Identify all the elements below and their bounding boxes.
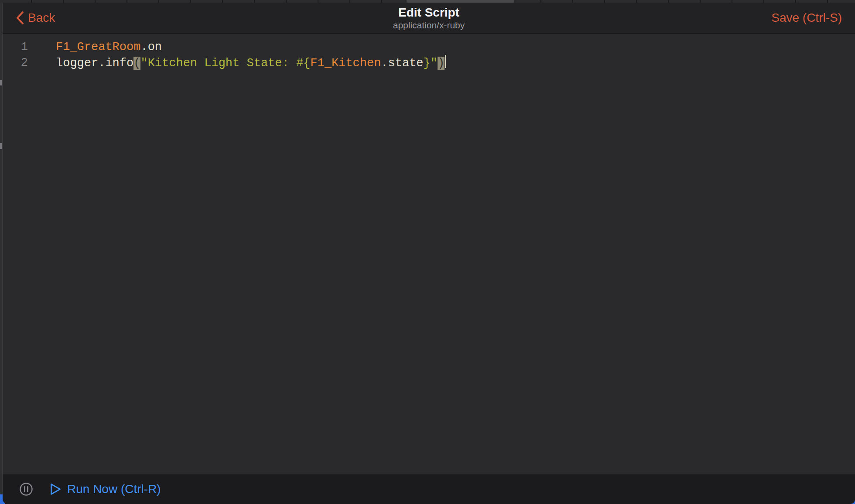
code-lines: 1F1_GreatRoom.on2logger.info("Kitchen Li… (3, 39, 855, 71)
code-text: F1_GreatRoom.on (28, 39, 162, 55)
play-outline-icon (50, 483, 62, 496)
code-text: logger.info("Kitchen Light State: #{F1_K… (28, 55, 446, 71)
code-token-bracket: ) (438, 57, 445, 70)
back-button-label: Back (28, 11, 55, 25)
code-line[interactable]: 1F1_GreatRoom.on (3, 39, 855, 55)
header-title-block: Edit Script application/x-ruby (393, 6, 465, 31)
line-number: 2 (3, 55, 28, 71)
background-page-fragment (0, 80, 2, 85)
back-button[interactable]: Back (16, 11, 55, 25)
code-editor[interactable]: 1F1_GreatRoom.on2logger.info("Kitchen Li… (3, 34, 855, 474)
pause-button[interactable] (19, 482, 33, 496)
run-now-label: Run Now (Ctrl-R) (67, 482, 161, 496)
save-button[interactable]: Save (Ctrl-S) (771, 11, 842, 25)
page-title: Edit Script (393, 6, 465, 19)
text-caret (445, 55, 446, 68)
background-page-fragment (0, 143, 2, 149)
edit-script-sheet: Back Edit Script application/x-ruby Save… (3, 3, 855, 504)
code-token-bracket: ( (133, 57, 140, 70)
code-line[interactable]: 2logger.info("Kitchen Light State: #{F1_… (3, 55, 855, 71)
code-token-constant: F1_GreatRoom (56, 41, 140, 54)
run-now-button[interactable]: Run Now (Ctrl-R) (50, 482, 161, 496)
header-bar: Back Edit Script application/x-ruby Save… (3, 3, 855, 33)
code-token-constant: F1_Kitchen (310, 57, 381, 70)
chevron-left-icon (16, 11, 24, 25)
code-token-plain: .on (140, 41, 162, 54)
footer-toolbar: Run Now (Ctrl-R) (3, 474, 855, 504)
page-subtitle: application/x-ruby (393, 20, 465, 31)
code-token-plain: .state (381, 57, 423, 70)
line-number: 1 (3, 39, 28, 55)
code-token-string: }" (424, 57, 438, 70)
code-token-plain: logger.info (56, 57, 133, 70)
code-token-string: "Kitchen Light State: #{ (140, 57, 310, 70)
pause-circle-icon (19, 482, 33, 496)
